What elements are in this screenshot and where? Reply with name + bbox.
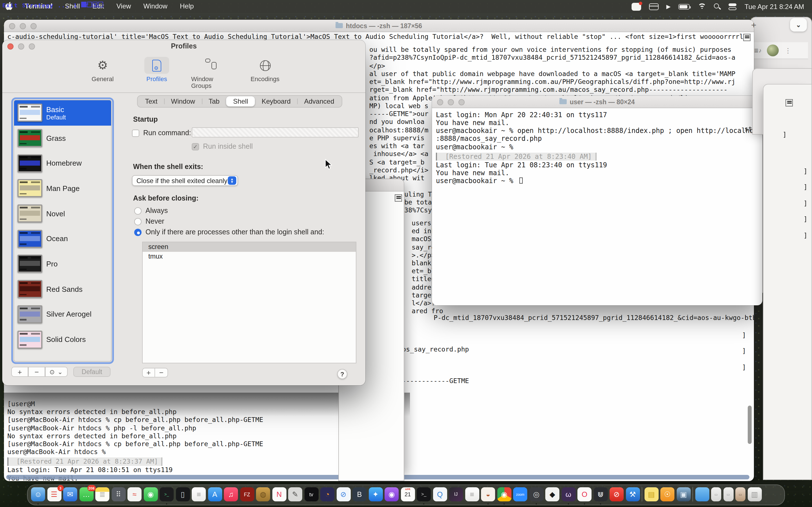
add-process-button[interactable]: + [142, 368, 155, 378]
dock-item[interactable]: ▤ [644, 487, 658, 501]
dock-item[interactable]: tv [304, 487, 318, 501]
user-titlebar[interactable]: user — -zsh — 80×24 [432, 96, 762, 108]
wifi-icon[interactable] [698, 3, 706, 10]
settings-tab[interactable]: Keyboard [255, 96, 297, 107]
minimize-button[interactable] [18, 43, 24, 50]
settings-tab[interactable]: Advanced [297, 96, 341, 107]
dock-item[interactable] [695, 487, 709, 501]
dock-item[interactable]: ⋓ ● [594, 487, 608, 501]
process-list-item[interactable]: screen [143, 242, 356, 251]
dock-item[interactable]: N [272, 487, 286, 501]
dock-item[interactable]: ⊘ [336, 487, 350, 501]
menu-item[interactable]: View [110, 0, 137, 13]
close-button[interactable] [9, 23, 15, 29]
dock-item[interactable]: ω ● [561, 487, 575, 501]
dock-item[interactable]: ☺ ● [31, 487, 45, 501]
profile-row[interactable]: Solid Colors [14, 327, 111, 352]
tab-overview-button[interactable]: ⌄ [790, 18, 807, 32]
run-inside-shell-checkbox[interactable]: ✓ [192, 143, 199, 150]
user-traffic-lights[interactable] [437, 99, 465, 105]
dock-item[interactable] [642, 487, 642, 501]
zoom-button[interactable] [31, 23, 37, 29]
profile-row[interactable]: Basic Default [14, 100, 111, 125]
profiles-traffic-lights[interactable] [7, 43, 35, 50]
dock-item[interactable]: ▥ [748, 487, 762, 501]
dock-item[interactable]: ✎ [288, 487, 302, 501]
dock-item[interactable]: O ● [577, 487, 592, 501]
terminal-prompt[interactable]: user@macbookair ~ % [436, 177, 762, 185]
dock-item[interactable]: zoom [513, 487, 527, 501]
toolbar-item-general[interactable]: ⚙ General [83, 57, 122, 89]
profile-row[interactable]: Grass [14, 125, 111, 151]
menu-item[interactable]: Window [137, 0, 174, 13]
dock-item[interactable]: ♫ [224, 487, 238, 501]
settings-tab[interactable]: Shell [226, 96, 255, 107]
kebab-menu-icon[interactable]: ⋮ [784, 47, 792, 54]
dock-item[interactable]: ◎ ● [529, 487, 543, 501]
dock-item[interactable]: B [352, 487, 366, 501]
dock-item[interactable]: ⠿ [111, 487, 125, 501]
dock-item[interactable]: ✉ [63, 487, 77, 501]
user-terminal-window[interactable]: user — -zsh — 80×24 Last login: Mon Apr … [432, 96, 762, 305]
spotlight-search-icon[interactable] [714, 3, 721, 10]
process-list[interactable]: screentmux [142, 242, 356, 363]
radio-always[interactable] [134, 207, 142, 214]
dock-item[interactable]: ⚒ [626, 487, 640, 501]
dock-item[interactable]: ≈ [128, 487, 142, 501]
profile-row[interactable]: Man Page [14, 176, 111, 201]
toolbar-item-encodings[interactable]: Encodings [245, 57, 285, 89]
dock-item[interactable]: ≡ [465, 487, 479, 501]
dock-item[interactable]: … 208 [79, 487, 93, 501]
zoom-button[interactable] [29, 43, 35, 50]
dock-item[interactable]: ◉ [144, 487, 158, 501]
dock-item[interactable]: ▭ [711, 487, 721, 501]
new-tab-button[interactable]: + [751, 20, 756, 31]
dock-item[interactable]: ▣ [676, 487, 691, 501]
close-button[interactable] [437, 99, 443, 105]
settings-tab[interactable]: Text [139, 96, 164, 107]
dock-item[interactable]: ☉ [660, 487, 674, 501]
settings-tab[interactable]: Tab [202, 96, 226, 107]
user-terminal-content[interactable]: Last login: Mon Apr 20 22:40:31 on ttys1… [432, 108, 762, 305]
toolbar-item-profiles[interactable]: Profiles [137, 57, 176, 89]
avatar[interactable] [767, 45, 779, 56]
remove-process-button[interactable]: − [155, 368, 168, 378]
keyboard-menulet-icon[interactable] [649, 3, 658, 10]
dock-item[interactable]: ▭ [735, 487, 746, 501]
remove-profile-button[interactable]: − [28, 367, 45, 377]
dock-item[interactable]: Q [433, 487, 447, 501]
profile-row[interactable]: Homebrew [14, 151, 111, 176]
notification-app-icon[interactable] [631, 3, 641, 10]
dock-item[interactable]: FZ [240, 487, 254, 501]
set-default-button[interactable]: Default [73, 367, 110, 377]
htdocs-titlebar[interactable]: htdocs — -zsh — 187×56 [4, 20, 754, 32]
dock-item[interactable]: ✦ [368, 487, 383, 501]
dock-item[interactable]: ▯ [175, 487, 190, 501]
playback-menulet-icon[interactable]: ▶ [666, 3, 670, 10]
dock-item[interactable]: ☰ 3 [47, 487, 61, 501]
profile-list[interactable]: Basic Default Grass [13, 100, 112, 362]
menu-item[interactable]: Help [174, 0, 200, 13]
help-button[interactable]: ? [337, 369, 347, 379]
profile-row[interactable]: Red Sands [14, 277, 111, 302]
profiles-titlebar[interactable]: Profiles [2, 40, 365, 52]
dock-item[interactable]: IJ [449, 487, 463, 501]
stacked-window[interactable] [763, 84, 812, 480]
htdocs-traffic-lights[interactable] [9, 23, 37, 29]
vertical-scrollbar[interactable] [748, 406, 752, 444]
radio-never[interactable] [134, 218, 142, 225]
profile-row[interactable]: Ocean [14, 226, 111, 251]
profile-row[interactable]: Silver Aerogel [14, 302, 111, 327]
more-actions-button[interactable]: ⊙ ⌄ [45, 367, 68, 377]
dock-item[interactable]: A [208, 487, 222, 501]
profile-row[interactable]: Pro [14, 251, 111, 276]
dock-item[interactable]: ⊘ [610, 487, 624, 501]
dock-item[interactable]: ≣ [95, 487, 109, 501]
radio-only-if-processes[interactable] [134, 228, 142, 236]
toolbar-item-window-groups[interactable]: Window Groups [191, 57, 231, 89]
dock-item[interactable]: ◒ ● [481, 487, 495, 501]
shell-exit-dropdown[interactable]: Close if the shell exited cleanly ▲▼ [132, 175, 238, 186]
dock-item[interactable]: >_ ● [417, 487, 431, 501]
process-list-item[interactable]: tmux [143, 251, 356, 261]
dock-item[interactable]: ◉ [385, 487, 399, 501]
